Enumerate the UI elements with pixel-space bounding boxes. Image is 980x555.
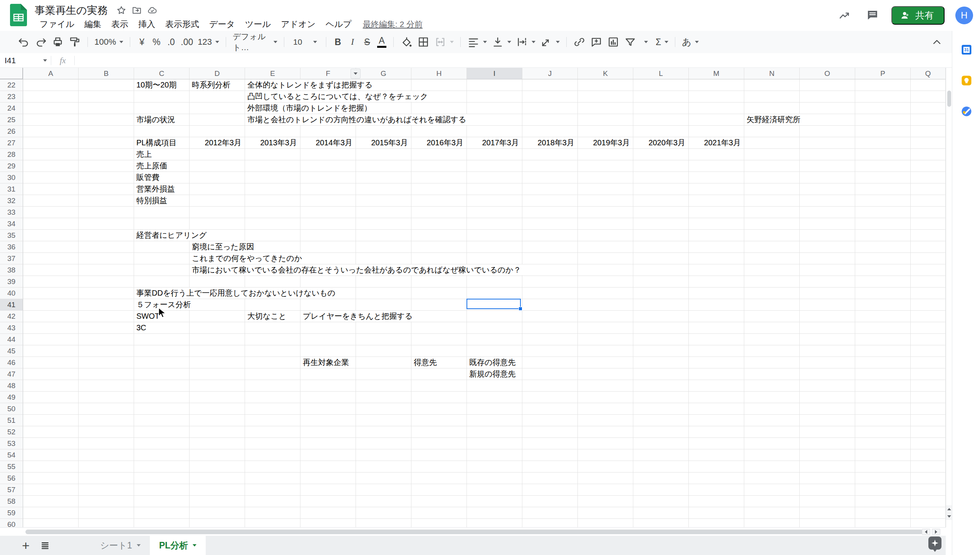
cell-N51[interactable] <box>744 415 800 426</box>
cell-C35[interactable]: 経営者にヒアリング <box>134 230 190 241</box>
cell-C38[interactable] <box>134 264 190 276</box>
cell-O60[interactable] <box>800 519 855 527</box>
cell-H45[interactable] <box>411 345 467 357</box>
cell-G49[interactable] <box>356 392 411 403</box>
cell-H48[interactable] <box>411 380 467 392</box>
cell-P57[interactable] <box>855 484 911 496</box>
cell-J26[interactable] <box>522 126 578 137</box>
cell-C49[interactable] <box>134 392 190 403</box>
cell-B37[interactable] <box>79 253 134 264</box>
cell-Q57[interactable] <box>911 484 946 496</box>
cell-M47[interactable] <box>689 368 744 380</box>
cell-Q43[interactable] <box>911 322 946 334</box>
cell-M24[interactable] <box>689 103 744 114</box>
cell-I27[interactable]: 2017年3月 <box>467 137 522 149</box>
cell-L53[interactable] <box>633 438 689 449</box>
cell-P36[interactable] <box>855 241 911 253</box>
cell-C27[interactable]: PL構成項目 <box>134 137 190 149</box>
cell-G54[interactable] <box>356 449 411 461</box>
cell-D42[interactable] <box>190 311 245 322</box>
cell-L36[interactable] <box>633 241 689 253</box>
cell-B34[interactable] <box>79 218 134 230</box>
cell-H41[interactable] <box>411 299 467 311</box>
cell-A29[interactable] <box>23 160 79 172</box>
selected-cell-outline[interactable] <box>467 299 521 309</box>
cell-K24[interactable] <box>578 103 633 114</box>
cell-J46[interactable] <box>522 357 578 368</box>
cell-A37[interactable] <box>23 253 79 264</box>
cell-D57[interactable] <box>190 484 245 496</box>
row-header-40[interactable]: 40 <box>0 288 23 299</box>
format-currency-button[interactable]: ¥ <box>134 34 149 50</box>
cell-N46[interactable] <box>744 357 800 368</box>
cell-E43[interactable] <box>245 322 300 334</box>
cell-O45[interactable] <box>800 345 855 357</box>
cell-P25[interactable] <box>855 114 911 126</box>
cell-G26[interactable] <box>356 126 411 137</box>
cell-D47[interactable] <box>190 368 245 380</box>
add-sheet-button[interactable]: + <box>16 536 35 555</box>
cell-P60[interactable] <box>855 519 911 527</box>
cell-L33[interactable] <box>633 207 689 218</box>
cell-F42[interactable]: プレイヤーをきちんと把握する <box>300 311 356 322</box>
cell-Q24[interactable] <box>911 103 946 114</box>
cell-B33[interactable] <box>79 207 134 218</box>
cell-Q42[interactable] <box>911 311 946 322</box>
cell-F44[interactable] <box>300 334 356 345</box>
cell-H40[interactable] <box>411 288 467 299</box>
cell-I26[interactable] <box>467 126 522 137</box>
cell-J53[interactable] <box>522 438 578 449</box>
cell-C56[interactable] <box>134 473 190 484</box>
row-header-56[interactable]: 56 <box>0 473 23 484</box>
cell-K29[interactable] <box>578 160 633 172</box>
cell-K28[interactable] <box>578 149 633 160</box>
cell-F31[interactable] <box>300 183 356 195</box>
menu-data[interactable]: データ <box>204 18 240 31</box>
cell-G37[interactable] <box>356 253 411 264</box>
cell-P33[interactable] <box>855 207 911 218</box>
cell-Q52[interactable] <box>911 426 946 438</box>
cell-D29[interactable] <box>190 160 245 172</box>
cell-B25[interactable] <box>79 114 134 126</box>
cell-Q33[interactable] <box>911 207 946 218</box>
menu-view[interactable]: 表示 <box>106 18 133 31</box>
cell-A60[interactable] <box>23 519 79 527</box>
column-header-E[interactable]: E <box>245 68 300 79</box>
cell-O35[interactable] <box>800 230 855 241</box>
cell-F50[interactable] <box>300 403 356 415</box>
cell-C44[interactable] <box>134 334 190 345</box>
cell-K27[interactable]: 2019年3月 <box>578 137 633 149</box>
cell-L60[interactable] <box>633 519 689 527</box>
column-header-H[interactable]: H <box>411 68 467 79</box>
cell-Q35[interactable] <box>911 230 946 241</box>
cell-M38[interactable] <box>689 264 744 276</box>
cell-K38[interactable] <box>578 264 633 276</box>
cell-G31[interactable] <box>356 183 411 195</box>
cell-B30[interactable] <box>79 172 134 183</box>
cell-C24[interactable] <box>134 103 190 114</box>
cell-G29[interactable] <box>356 160 411 172</box>
cell-D43[interactable] <box>190 322 245 334</box>
zoom-select[interactable]: 100% <box>92 34 126 50</box>
cell-N48[interactable] <box>744 380 800 392</box>
cell-M31[interactable] <box>689 183 744 195</box>
cell-A38[interactable] <box>23 264 79 276</box>
cell-G50[interactable] <box>356 403 411 415</box>
cell-O59[interactable] <box>800 507 855 519</box>
cell-G45[interactable] <box>356 345 411 357</box>
cell-M27[interactable]: 2021年3月 <box>689 137 744 149</box>
cell-I25[interactable] <box>467 114 522 126</box>
cell-E60[interactable] <box>245 519 300 527</box>
cell-J44[interactable] <box>522 334 578 345</box>
cell-K55[interactable] <box>578 461 633 473</box>
cell-B29[interactable] <box>79 160 134 172</box>
cell-L37[interactable] <box>633 253 689 264</box>
cell-D23[interactable] <box>190 91 245 103</box>
cell-L24[interactable] <box>633 103 689 114</box>
paint-format-button[interactable] <box>66 34 83 50</box>
cell-G46[interactable] <box>356 357 411 368</box>
cell-A41[interactable] <box>23 299 79 311</box>
cell-H24[interactable] <box>411 103 467 114</box>
cell-L43[interactable] <box>633 322 689 334</box>
cell-N23[interactable] <box>744 91 800 103</box>
